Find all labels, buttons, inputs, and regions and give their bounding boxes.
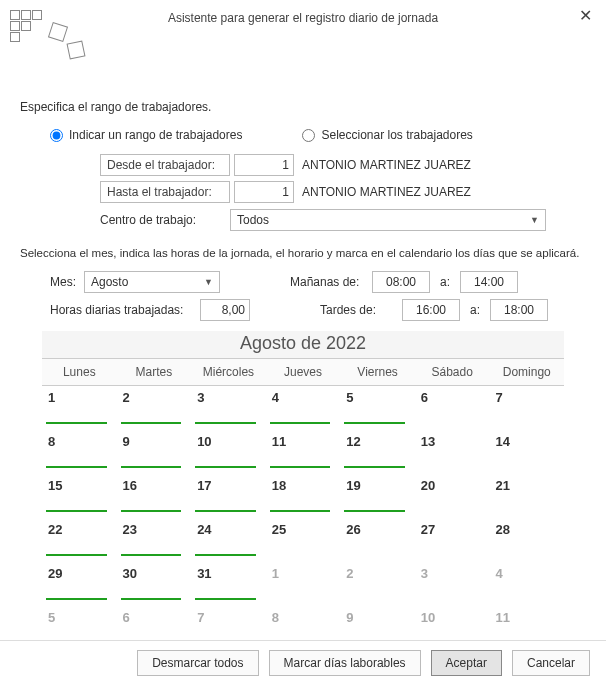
calendar-day[interactable]: 7 [489, 386, 564, 430]
radio-select-workers-label: Seleccionar los trabajadores [321, 128, 472, 142]
calendar-day[interactable]: 24 [191, 518, 266, 562]
calendar-day: 4 [489, 562, 564, 606]
calendar-day: 1 [266, 562, 341, 606]
calendar-day[interactable]: 21 [489, 474, 564, 518]
calendar-weekday: Viernes [340, 359, 415, 385]
calendar-instructions: Selecciona el mes, indica las horas de l… [20, 247, 586, 259]
chevron-down-icon: ▼ [204, 277, 213, 287]
day-marked-bar [195, 510, 256, 512]
to-worker-input[interactable] [234, 181, 294, 203]
day-marked-bar [195, 554, 256, 556]
calendar-day[interactable]: 28 [489, 518, 564, 562]
radio-indicate-range[interactable]: Indicar un rango de trabajadores [50, 128, 242, 142]
afternoon-label: Tardes de: [320, 303, 402, 317]
calendar-day[interactable]: 12 [340, 430, 415, 474]
calendar-day[interactable]: 3 [191, 386, 266, 430]
month-combo[interactable]: Agosto ▼ [84, 271, 220, 293]
calendar-day: 2 [340, 562, 415, 606]
cancel-button[interactable]: Cancelar [512, 650, 590, 676]
footer: Desmarcar todos Marcar días laborables A… [0, 640, 606, 684]
calendar-day[interactable]: 30 [117, 562, 192, 606]
calendar-day[interactable]: 22 [42, 518, 117, 562]
day-marked-bar [344, 466, 405, 468]
afternoon-to-input[interactable] [490, 299, 548, 321]
calendar: Agosto de 2022 LunesMartesMiércolesJueve… [42, 331, 564, 650]
calendar-day: 3 [415, 562, 490, 606]
calendar-day[interactable]: 29 [42, 562, 117, 606]
calendar-day[interactable]: 15 [42, 474, 117, 518]
calendar-day[interactable]: 5 [340, 386, 415, 430]
to-worker-label: Hasta el trabajador: [100, 181, 230, 203]
radio-indicate-range-label: Indicar un rango de trabajadores [69, 128, 242, 142]
calendar-day[interactable]: 19 [340, 474, 415, 518]
calendar-grid: 1234567891011121314151617181920212223242… [42, 386, 564, 650]
calendar-day[interactable]: 26 [340, 518, 415, 562]
day-marked-bar [344, 510, 405, 512]
calendar-day[interactable]: 25 [266, 518, 341, 562]
day-marked-bar [121, 510, 182, 512]
day-marked-bar [195, 466, 256, 468]
radio-select-workers-input[interactable] [302, 129, 315, 142]
calendar-title: Agosto de 2022 [42, 331, 564, 359]
afternoon-from-input[interactable] [402, 299, 460, 321]
workers-range-label: Especifica el rango de trabajadores. [20, 100, 586, 114]
day-marked-bar [46, 466, 107, 468]
calendar-day[interactable]: 14 [489, 430, 564, 474]
day-marked-bar [270, 466, 331, 468]
afternoon-to-label: a: [470, 303, 480, 317]
morning-to-input[interactable] [460, 271, 518, 293]
from-worker-name: ANTONIO MARTINEZ JUAREZ [302, 158, 471, 172]
calendar-day[interactable]: 1 [42, 386, 117, 430]
day-marked-bar [46, 422, 107, 424]
daily-hours-input[interactable] [200, 299, 250, 321]
calendar-day[interactable]: 13 [415, 430, 490, 474]
titlebar: Asistente para generar el registro diari… [0, 0, 606, 36]
calendar-day[interactable]: 31 [191, 562, 266, 606]
unmark-all-button[interactable]: Desmarcar todos [137, 650, 258, 676]
to-worker-name: ANTONIO MARTINEZ JUAREZ [302, 185, 471, 199]
calendar-weekday-header: LunesMartesMiércolesJuevesViernesSábadoD… [42, 359, 564, 386]
from-worker-input[interactable] [234, 154, 294, 176]
daily-hours-label: Horas diarias trabajadas: [50, 303, 200, 317]
calendar-day[interactable]: 10 [191, 430, 266, 474]
calendar-day[interactable]: 4 [266, 386, 341, 430]
work-center-value: Todos [237, 213, 269, 227]
calendar-weekday: Miércoles [191, 359, 266, 385]
chevron-down-icon: ▼ [530, 215, 539, 225]
close-icon[interactable]: ✕ [573, 4, 598, 27]
radio-select-workers[interactable]: Seleccionar los trabajadores [302, 128, 472, 142]
calendar-day[interactable]: 2 [117, 386, 192, 430]
morning-label: Mañanas de: [290, 275, 372, 289]
month-value: Agosto [91, 275, 128, 289]
window-title: Asistente para generar el registro diari… [168, 11, 438, 25]
radio-indicate-range-input[interactable] [50, 129, 63, 142]
calendar-weekday: Domingo [489, 359, 564, 385]
calendar-weekday: Lunes [42, 359, 117, 385]
day-marked-bar [195, 598, 256, 600]
accept-button[interactable]: Aceptar [431, 650, 502, 676]
calendar-day[interactable]: 23 [117, 518, 192, 562]
work-center-combo[interactable]: Todos ▼ [230, 209, 546, 231]
day-marked-bar [121, 422, 182, 424]
calendar-day[interactable]: 6 [415, 386, 490, 430]
calendar-day[interactable]: 8 [42, 430, 117, 474]
calendar-day[interactable]: 18 [266, 474, 341, 518]
mark-workdays-button[interactable]: Marcar días laborables [269, 650, 421, 676]
calendar-day[interactable]: 11 [266, 430, 341, 474]
from-worker-label: Desde el trabajador: [100, 154, 230, 176]
day-marked-bar [344, 422, 405, 424]
day-marked-bar [121, 554, 182, 556]
calendar-day[interactable]: 17 [191, 474, 266, 518]
calendar-day[interactable]: 16 [117, 474, 192, 518]
month-label: Mes: [50, 275, 84, 289]
morning-from-input[interactable] [372, 271, 430, 293]
day-marked-bar [270, 422, 331, 424]
day-marked-bar [270, 510, 331, 512]
calendar-day[interactable]: 20 [415, 474, 490, 518]
day-marked-bar [46, 510, 107, 512]
calendar-weekday: Sábado [415, 359, 490, 385]
calendar-day[interactable]: 27 [415, 518, 490, 562]
morning-to-label: a: [440, 275, 450, 289]
wizard-logo-icon [6, 6, 86, 66]
calendar-day[interactable]: 9 [117, 430, 192, 474]
